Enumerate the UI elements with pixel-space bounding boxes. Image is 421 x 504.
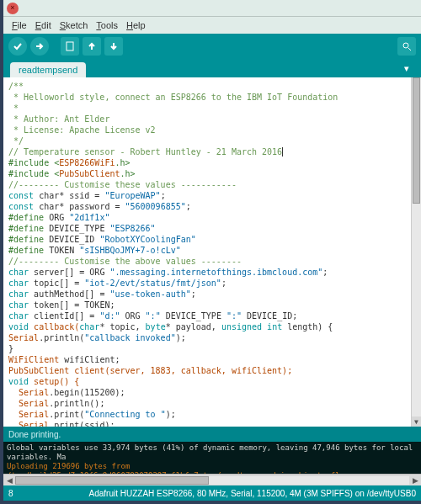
- save-button[interactable]: [104, 37, 123, 56]
- upload-button[interactable]: [30, 37, 49, 56]
- code-line: char token[] = TOKEN;: [8, 300, 416, 310]
- code-line: }: [8, 343, 416, 354]
- console-line: Uploading 219696 bytes from /tmp/build25…: [7, 462, 418, 474]
- arduino-ide-window: × FFileile EditEdit SketchSketch ToolsTo…: [3, 0, 421, 501]
- code-line: Serial.begin(115200);: [8, 387, 416, 398]
- code-line: char authMethod[] = "use-token-auth";: [8, 289, 416, 300]
- code-line: const char* password = "5600096855";: [8, 201, 416, 212]
- tab-menu-button[interactable]: ▾: [399, 63, 414, 74]
- verify-button[interactable]: [8, 37, 27, 56]
- code-line: Serial.print(ssid);: [8, 420, 416, 427]
- code-line: * Author: Ant Elder: [8, 114, 416, 125]
- code-line: #define DEVICE_ID "RobotXYCoolingFan": [8, 234, 416, 245]
- check-icon: [13, 41, 23, 51]
- scrollbar-track[interactable]: [15, 476, 409, 485]
- code-line: #include <ESP8266WiFi.h>: [8, 157, 416, 168]
- code-line: void setup() {: [8, 376, 416, 387]
- toolbar: [3, 34, 421, 59]
- close-icon[interactable]: ×: [7, 3, 19, 14]
- code-line: const char* ssid = "EuropeWAP";: [8, 190, 416, 201]
- sketch-tab[interactable]: readtempsend: [10, 62, 86, 77]
- arrow-right-icon: [35, 41, 45, 51]
- menu-file[interactable]: FFileile: [8, 19, 30, 32]
- code-line: #define DEVICE_TYPE "ESP8266": [8, 223, 416, 234]
- board-info: Adafruit HUZZAH ESP8266, 80 MHz, Serial,…: [89, 489, 417, 498]
- scrollbar-thumb[interactable]: [15, 476, 209, 485]
- svg-rect-0: [67, 42, 73, 50]
- code-line: *: [8, 103, 416, 114]
- code-line: void callback(char* topic, byte* payload…: [8, 321, 416, 332]
- scroll-right-icon[interactable]: ▶: [409, 476, 421, 485]
- svg-line-2: [408, 48, 411, 50]
- scroll-left-icon[interactable]: ◀: [3, 476, 15, 485]
- menu-tools[interactable]: ToolsTools: [93, 19, 121, 32]
- code-line: Serial.print("Connecting to ");: [8, 409, 416, 420]
- code-line: // Temperature sensor - Robert Huntley -…: [8, 146, 416, 157]
- menu-bar: FFileile EditEdit SketchSketch ToolsTool…: [3, 17, 421, 34]
- code-line: #define ORG "2d1f1x": [8, 212, 416, 223]
- new-button[interactable]: [61, 37, 79, 56]
- scroll-down-icon[interactable]: ▼: [412, 416, 421, 427]
- tab-bar: readtempsend ▾: [3, 59, 421, 77]
- console-line: Global variables use 33,974 bytes (41%) …: [7, 443, 418, 462]
- code-line: #define TOKEN "sISHBQoJMY+7-o!cLv": [8, 245, 416, 256]
- code-line: #include <PubSubClient.h>: [8, 168, 416, 179]
- code-line: * Helloworld style, connect an ESP8266 t…: [8, 92, 416, 103]
- open-button[interactable]: [83, 37, 101, 56]
- menu-sketch[interactable]: SketchSketch: [56, 19, 92, 32]
- code-line: Serial.println();: [8, 398, 416, 409]
- arrow-down-icon: [109, 41, 119, 51]
- code-line: char server[] = ORG ".messaging.internet…: [8, 267, 416, 278]
- horizontal-scrollbar[interactable]: ◀ ▶: [3, 474, 421, 485]
- window-titlebar: ×: [3, 0, 421, 17]
- code-line: * License: Apache License v2: [8, 125, 416, 135]
- code-editor[interactable]: /** * Helloworld style, connect an ESP82…: [3, 77, 421, 427]
- code-line: /**: [8, 81, 416, 92]
- code-line: char clientId[] = "d:" ORG ":" DEVICE_TY…: [8, 310, 416, 321]
- footer-bar: 8 Adafruit HUZZAH ESP8266, 80 MHz, Seria…: [3, 485, 421, 501]
- serial-monitor-button[interactable]: [397, 37, 416, 56]
- code-line: PubSubClient client(server, 1883, callba…: [8, 365, 416, 376]
- output-console: Global variables use 33,974 bytes (41%) …: [3, 442, 421, 474]
- code-line: char topic[] = "iot-2/evt/status/fmt/jso…: [8, 278, 416, 289]
- svg-point-1: [403, 43, 408, 48]
- status-text: Done printing.: [8, 430, 61, 439]
- menu-edit[interactable]: EditEdit: [32, 19, 55, 32]
- status-bar: Done printing.: [3, 427, 421, 442]
- magnifier-icon: [402, 41, 412, 51]
- arrow-up-icon: [87, 41, 97, 51]
- code-line: Serial.println("callback invoked");: [8, 332, 416, 343]
- file-icon: [65, 41, 75, 51]
- code-line: */: [8, 135, 416, 146]
- code-line: //-------- Customise these values ------…: [8, 179, 416, 190]
- menu-help[interactable]: HelpHelp: [123, 19, 149, 32]
- scrollbar-thumb[interactable]: [413, 77, 420, 204]
- vertical-scrollbar[interactable]: ▼: [411, 77, 421, 427]
- code-line: //-------- Customise the above values --…: [8, 256, 416, 267]
- code-line: WiFiClient wifiClient;: [8, 354, 416, 365]
- line-number: 8: [8, 489, 13, 498]
